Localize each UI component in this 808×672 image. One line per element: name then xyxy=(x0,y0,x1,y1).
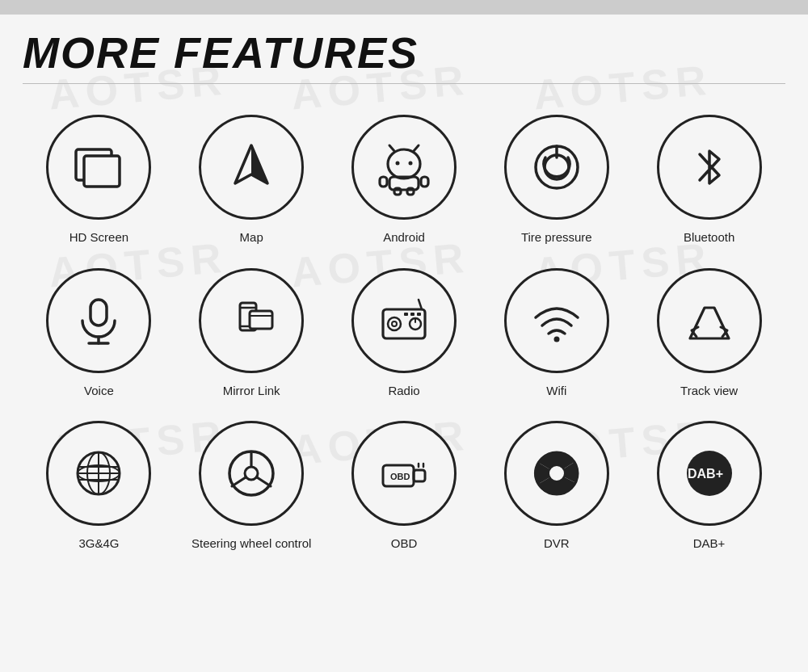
map-label: Map xyxy=(240,229,263,246)
hd-screen-label: HD Screen xyxy=(69,229,128,246)
main-content: AOTSR AOTSR AOTSR AOTSR AOTSR AOTSR AOTS… xyxy=(0,15,808,590)
dvr-label: DVR xyxy=(544,536,570,552)
svg-rect-12 xyxy=(394,188,401,195)
svg-line-8 xyxy=(414,145,419,151)
svg-point-27 xyxy=(392,321,397,326)
bluetooth-label: Bluetooth xyxy=(684,229,734,246)
dab-icon: DAB+ xyxy=(680,444,739,502)
steering-wheel-circle xyxy=(199,421,304,526)
bluetooth-circle xyxy=(657,115,762,220)
svg-point-26 xyxy=(388,317,401,330)
section-divider xyxy=(23,83,785,84)
svg-rect-30 xyxy=(404,313,408,316)
bluetooth-icon xyxy=(680,138,739,196)
3g4g-label: 3G&4G xyxy=(78,536,119,552)
android-icon xyxy=(377,140,431,195)
svg-text:OBD: OBD xyxy=(390,472,410,481)
svg-rect-46 xyxy=(414,470,425,481)
android-circle xyxy=(351,115,457,220)
page-title: MORE FEATURES xyxy=(23,29,785,77)
tire-pressure-icon xyxy=(528,138,586,196)
svg-rect-10 xyxy=(380,177,387,187)
svg-rect-23 xyxy=(250,311,272,329)
feature-obd: OBD OBD xyxy=(328,413,481,566)
voice-label: Voice xyxy=(84,383,114,399)
3g4g-icon xyxy=(69,444,128,502)
feature-map: Map xyxy=(175,107,328,260)
feature-mirror-link: Mirror Link xyxy=(175,260,328,414)
obd-label: OBD xyxy=(391,536,418,552)
feature-voice: Voice xyxy=(23,260,175,414)
wifi-label: Wifi xyxy=(546,383,566,399)
track-view-circle xyxy=(657,268,762,373)
radio-icon xyxy=(375,292,433,350)
top-bar xyxy=(0,0,808,15)
steering-wheel-label: Steering wheel control xyxy=(191,536,311,552)
feature-hd-screen: HD Screen xyxy=(23,107,175,260)
obd-circle: OBD xyxy=(351,421,457,526)
tire-pressure-label: Tire pressure xyxy=(521,229,592,246)
android-label: Android xyxy=(383,229,425,246)
tire-pressure-circle xyxy=(504,115,609,220)
dab-label: DAB+ xyxy=(693,536,726,552)
svg-point-4 xyxy=(388,149,420,178)
hd-screen-circle xyxy=(46,115,151,220)
features-grid: HD Screen Map xyxy=(23,107,785,566)
svg-line-33 xyxy=(419,300,422,309)
wifi-circle xyxy=(504,268,609,373)
map-circle xyxy=(199,115,304,220)
steering-wheel-icon xyxy=(222,444,280,502)
feature-steering-wheel: Steering wheel control xyxy=(175,413,328,566)
svg-rect-1 xyxy=(84,156,120,187)
svg-rect-13 xyxy=(407,188,414,195)
svg-text:DAB+: DAB+ xyxy=(688,467,723,481)
svg-point-6 xyxy=(408,162,412,166)
dab-circle: DAB+ xyxy=(657,421,762,526)
feature-dvr: DVR xyxy=(480,413,633,566)
dvr-icon xyxy=(528,444,586,502)
mirror-link-circle xyxy=(199,268,304,373)
mirror-link-icon xyxy=(222,292,280,350)
feature-tire-pressure: Tire pressure xyxy=(480,107,633,260)
feature-3g4g: 3G&4G xyxy=(23,413,175,566)
feature-wifi: Wifi xyxy=(480,260,633,414)
svg-point-5 xyxy=(395,162,399,166)
svg-point-34 xyxy=(553,336,559,342)
radio-circle xyxy=(351,268,457,373)
svg-rect-32 xyxy=(417,313,421,316)
dvr-circle xyxy=(504,421,609,526)
svg-rect-31 xyxy=(410,313,415,316)
feature-radio: Radio xyxy=(328,260,481,414)
svg-rect-17 xyxy=(90,300,107,326)
mirror-link-label: Mirror Link xyxy=(223,383,280,399)
hd-screen-icon xyxy=(69,138,128,196)
wifi-icon xyxy=(529,293,584,348)
map-icon xyxy=(223,139,280,195)
radio-label: Radio xyxy=(388,383,419,399)
feature-bluetooth: Bluetooth xyxy=(633,107,785,260)
svg-line-7 xyxy=(389,145,394,151)
feature-track-view: Track view xyxy=(633,260,785,414)
3g4g-circle xyxy=(46,421,151,526)
feature-android: Android xyxy=(328,107,481,260)
track-view-icon xyxy=(680,292,739,350)
obd-icon: OBD xyxy=(375,444,433,502)
voice-icon xyxy=(71,293,126,348)
voice-circle xyxy=(46,268,151,373)
track-view-label: Track view xyxy=(680,383,738,399)
svg-rect-11 xyxy=(421,177,428,187)
feature-dab: DAB+ DAB+ xyxy=(633,413,785,566)
